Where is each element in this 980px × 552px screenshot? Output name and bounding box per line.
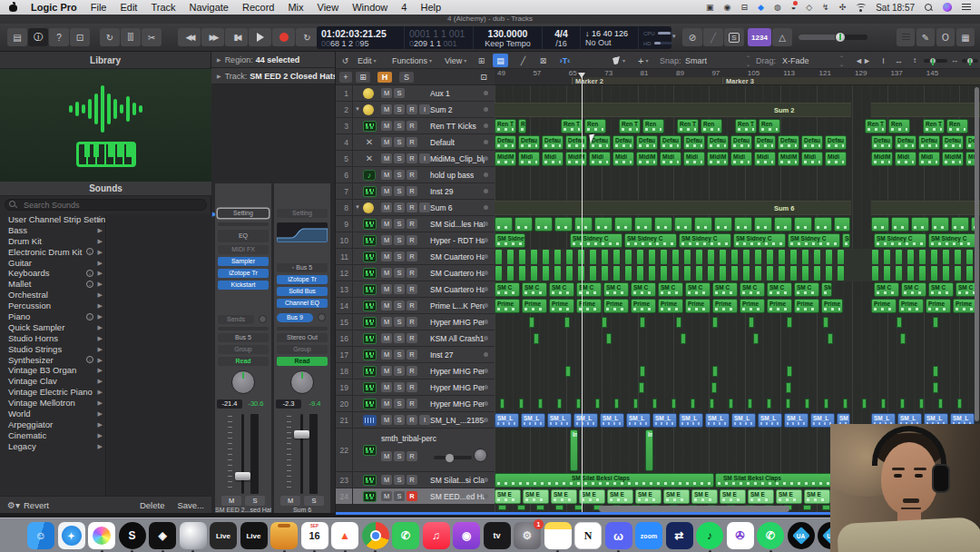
midi-region[interactable]: SM_L [626,413,651,428]
midi-region[interactable]: Defau [542,135,564,150]
track-m-button[interactable]: M [381,333,392,343]
mini-region[interactable] [931,250,937,264]
library-item-bass[interactable]: Bass▶ [0,225,105,236]
midi-region[interactable]: Ren T [735,119,757,133]
track-row-6[interactable]: 6♪MSRhold up bass [336,167,495,183]
library-item-keyboards[interactable]: Keyboards↓▶ [0,268,105,279]
automation-icon[interactable]: ╱ [515,54,531,67]
midi-region[interactable]: SM_L [758,413,782,428]
vertical-scrollbar[interactable] [975,87,979,421]
gear-icon[interactable]: ⚙▾ [7,500,20,510]
arrange-row-7[interactable] [495,183,980,200]
mini-region[interactable] [919,250,926,264]
mini-region[interactable] [779,250,785,264]
midi-region[interactable]: Defau [707,135,729,150]
dock-icon-teamviewer[interactable]: ⇄ [666,522,693,549]
midi-region[interactable]: Defau [942,135,964,150]
midi-region[interactable]: SM C [603,282,629,297]
midi-region[interactable]: SM_L [731,413,756,428]
track-row-1[interactable]: 1MSAux 1 [336,85,495,102]
menu-item-logic-pro[interactable]: Logic Pro [31,2,77,13]
track-s-button[interactable]: S [394,350,405,360]
mini-region[interactable] [590,266,596,281]
midi-region[interactable]: SM E [776,489,802,504]
output-slot[interactable]: Stereo Out [277,333,328,342]
tick-region[interactable] [498,505,506,510]
track-m-button[interactable]: M [381,170,392,180]
mini-region[interactable] [872,250,878,264]
dock-icon-facetime[interactable]: ✆ [392,522,419,549]
midi-region[interactable]: Defau [871,135,893,150]
midi-region[interactable]: MidiM [778,152,799,166]
midi-region[interactable]: SM_L [784,413,808,428]
tick-region[interactable] [862,399,867,409]
midi-region[interactable]: Defau [683,135,705,150]
midi-region[interactable]: Prime [685,299,710,313]
mini-region[interactable] [966,250,973,264]
midi-region[interactable]: Prime [926,299,951,313]
midi-region[interactable] [714,217,732,232]
note-region[interactable] [640,366,645,377]
mini-region[interactable] [566,250,573,264]
midi-region[interactable]: Defau [895,135,916,150]
midi-region[interactable]: Ren [888,119,910,133]
lcd-chevron-icon[interactable]: ▾ [672,33,676,40]
midi-region[interactable]: Ren T [865,119,887,133]
tick-region[interactable] [536,505,544,510]
note-region[interactable] [534,333,539,344]
note-region[interactable] [786,382,791,393]
track-m-button[interactable]: M [381,475,392,485]
control-center-icon[interactable] [962,4,971,11]
note-region[interactable] [640,317,645,328]
midi-region[interactable]: Midi [518,152,540,166]
midi-region[interactable]: Defau [518,135,540,150]
track-s-button[interactable]: S [394,121,405,131]
peak-value[interactable]: -9.4 [304,399,326,409]
clap-region[interactable]: SM Silat Beksi Claps [495,473,714,488]
midi-region[interactable]: Midi [612,152,634,166]
note-region[interactable] [900,333,906,344]
mini-region[interactable] [495,250,502,264]
track-row-14[interactable]: 14MSRPrime L...K Percs [336,298,495,314]
battery-bolt-icon[interactable]: ↯ [822,3,829,12]
catch-tool-icon[interactable]: ›T‹ [557,54,573,67]
marker-marker-2[interactable]: Marker 2 [572,77,721,85]
plugin-slot[interactable]: Solid Bus [277,287,328,296]
tuner-button[interactable]: ⊘ [682,28,702,46]
send-slot[interactable]: Bus 9 [277,313,313,322]
mini-region[interactable] [814,266,820,281]
track-s-button[interactable]: S [394,301,405,310]
clap-region[interactable]: SM Silat Beksi Claps [715,473,838,488]
mini-region[interactable] [613,250,620,264]
arrange-row-19[interactable] [495,380,980,396]
track-r-button[interactable]: R [407,350,417,360]
midi-region[interactable]: SM E [495,489,521,504]
dropbox-icon[interactable]: ◆ [758,3,764,12]
track-s-button[interactable]: S [394,284,405,294]
midi-region[interactable]: Midi [801,152,823,166]
horizontal-zoom-slider[interactable] [962,59,978,63]
track-row-20[interactable]: 20MSRHyper MHG Percs [336,396,495,412]
mini-region[interactable] [790,250,797,264]
disclosure-triangle-icon[interactable]: ▼ [355,204,360,210]
pencil-button[interactable]: ╱ [703,28,723,46]
forward-button[interactable]: ▶▶ [201,28,224,46]
dock-icon-spotify[interactable]: ♪ [696,522,723,549]
midi-region[interactable]: SM Sidney C [624,233,677,248]
arrange-row-15[interactable] [495,314,980,330]
midi-region[interactable]: SM E [551,489,577,504]
tick-region[interactable] [557,399,562,409]
track-s-button[interactable]: S [394,317,405,327]
arrange-row-17[interactable] [495,347,980,363]
library-item-piano[interactable]: Piano↓▶ [0,311,105,322]
arrange-row-12[interactable] [495,265,980,281]
functions-menu[interactable]: Functions▾ [392,54,432,67]
list-editors-button[interactable] [897,28,915,46]
track-row-19[interactable]: 19MSRHyper MHG Percs [336,380,495,396]
arrange-row-10[interactable]: SM Sidney CSM Sidney CSM Sidney CSM Sidn… [495,232,980,249]
menu-item-mix[interactable]: Mix [288,2,303,13]
track-s-button[interactable]: S [394,153,405,163]
mini-region[interactable] [661,250,667,264]
mini-region[interactable] [519,266,525,281]
midi-region[interactable]: Prime [767,299,792,313]
